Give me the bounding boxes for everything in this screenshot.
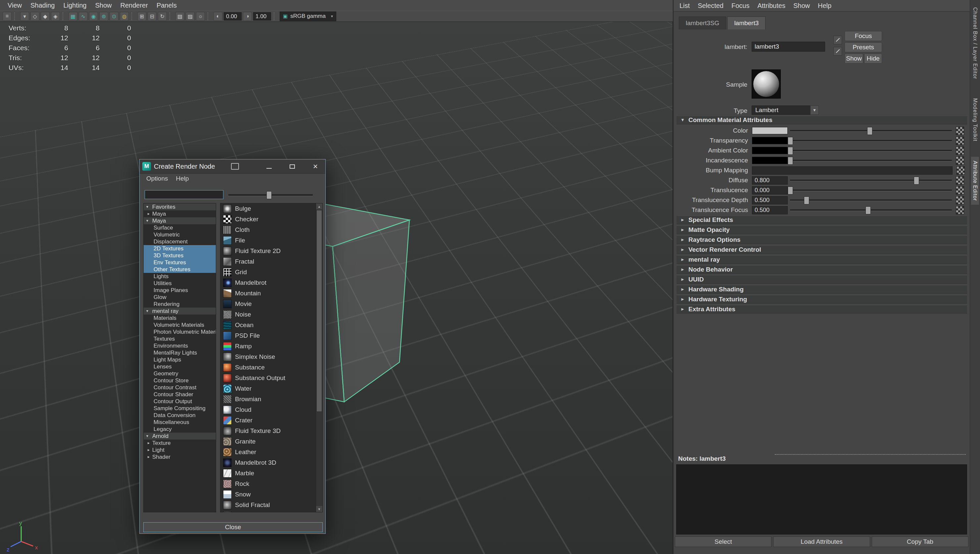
tree-item-other-textures[interactable]: Other Textures <box>144 266 216 273</box>
tree-item-contour-output[interactable]: Contour Output <box>144 398 216 405</box>
tree-item-glow[interactable]: Glow <box>144 294 216 301</box>
render-frame-icon[interactable]: ▧ <box>176 12 184 21</box>
node-item-noise[interactable]: Noise <box>220 309 316 320</box>
transparency-swatch[interactable] <box>752 137 788 144</box>
input-connection-button[interactable] <box>833 36 842 44</box>
minimize-button[interactable] <box>262 159 276 173</box>
section-extra-attributes[interactable]: ►Extra Attributes <box>677 305 967 314</box>
attribute-menu-help[interactable]: Help <box>814 0 835 11</box>
section-vector-renderer-control[interactable]: ►Vector Renderer Control <box>677 245 967 254</box>
node-list-scrollbar[interactable]: ▲ ▼ <box>316 204 322 512</box>
node-item-fluid-texture-2d[interactable]: Fluid Texture 2D <box>220 246 316 256</box>
output-connection-button[interactable] <box>833 47 842 56</box>
close-button[interactable]: ✕ <box>309 159 322 173</box>
tree-item-data-conversion[interactable]: Data Conversion <box>144 412 216 419</box>
tree-item-utilities[interactable]: Utilities <box>144 280 216 287</box>
side-tab-modeling-toolkit[interactable]: Modeling Toolkit <box>971 94 979 145</box>
translucence-depth-map-button[interactable] <box>956 196 964 204</box>
tree-item-2d-textures[interactable]: 2D Textures <box>144 245 216 252</box>
slider-handle[interactable] <box>804 196 809 204</box>
attribute-menu-focus[interactable]: Focus <box>728 0 753 11</box>
chevron-down-icon[interactable]: ▼ <box>810 105 819 115</box>
tree-item-environments[interactable]: Environments <box>144 342 216 349</box>
node-item-checker[interactable]: Checker <box>220 214 316 224</box>
tree-item-maya[interactable]: ▸Maya <box>144 210 216 217</box>
tree-item-env-textures[interactable]: Env Textures <box>144 259 216 266</box>
tree-item-rendering[interactable]: Rendering <box>144 301 216 307</box>
side-tab-attribute-editor[interactable]: Attribute Editor <box>971 157 979 205</box>
gamma-icon[interactable]: ◑ <box>243 12 252 21</box>
notes-divider[interactable] <box>775 454 966 455</box>
tree-item-materials[interactable]: Materials <box>144 315 216 322</box>
section-uuid[interactable]: ►UUID <box>677 275 967 284</box>
material-sample-swatch[interactable] <box>752 70 781 99</box>
tree-item-lights[interactable]: Lights <box>144 273 216 280</box>
node-item-movie[interactable]: Movie <box>220 299 316 309</box>
snap-to-point-icon[interactable]: ◉ <box>89 12 98 21</box>
selection-mask-dropdown-icon[interactable]: ▾ <box>20 12 29 21</box>
node-item-substance-output[interactable]: Substance Output <box>220 373 316 383</box>
node-item-ocean[interactable]: Ocean <box>220 320 316 330</box>
node-item-cloud[interactable]: Cloud <box>220 404 316 415</box>
section-raytrace-options[interactable]: ►Raytrace Options <box>677 236 967 244</box>
node-item-cloth[interactable]: Cloth <box>220 224 316 235</box>
3d-viewport[interactable]: Verts:880Edges:12120Faces:660Tris:12120U… <box>0 22 672 554</box>
color-map-button[interactable] <box>956 127 964 135</box>
tree-item-shader[interactable]: ▸Shader <box>144 454 216 460</box>
construction-history-icon[interactable]: ↻ <box>158 12 167 21</box>
type-dropdown[interactable]: Lambert <box>752 105 811 115</box>
translucence-map-button[interactable] <box>956 186 964 194</box>
section-hardware-texturing[interactable]: ►Hardware Texturing <box>677 295 967 304</box>
tree-item-lenses[interactable]: Lenses <box>144 363 216 370</box>
incandescence-map-button[interactable] <box>956 156 964 165</box>
bump-mapping-field[interactable] <box>752 166 953 175</box>
slider-handle[interactable] <box>867 127 872 135</box>
node-item-leather[interactable]: Leather <box>220 447 316 457</box>
viewport-menu-renderer[interactable]: Renderer <box>116 0 152 11</box>
tree-item-sample-compositing[interactable]: Sample Compositing <box>144 405 216 412</box>
node-item-marble[interactable]: Marble <box>220 468 316 479</box>
node-item-ramp[interactable]: Ramp <box>220 341 316 352</box>
tab-lambert3[interactable]: lambert3 <box>727 16 766 29</box>
slider-handle[interactable] <box>788 137 793 145</box>
exposure-icon[interactable]: ◐ <box>214 12 222 21</box>
search-input[interactable] <box>145 190 223 199</box>
node-item-snow[interactable]: Snow <box>220 489 316 500</box>
translucence-slider[interactable] <box>790 186 952 195</box>
view-transform-dropdown[interactable]: ▣sRGB gamma▾ <box>280 11 336 21</box>
tree-item-light[interactable]: ▸Light <box>144 446 216 454</box>
section-common-material-attributes[interactable]: ▼ Common Material Attributes <box>677 116 967 124</box>
presets-button[interactable]: Presets <box>844 42 882 52</box>
scroll-down-icon[interactable]: ▼ <box>316 506 322 512</box>
snap-to-projected-center-icon[interactable]: ⊚ <box>99 12 108 21</box>
maximize-button[interactable] <box>286 159 299 173</box>
translucence-focus-map-button[interactable] <box>956 206 964 214</box>
node-item-simplex-noise[interactable]: Simplex Noise <box>220 352 316 362</box>
node-item-substance[interactable]: Substance <box>220 362 316 373</box>
tree-item-arnold[interactable]: ▾Arnold <box>144 433 216 439</box>
workspace-control-icon[interactable] <box>231 163 239 170</box>
attribute-menu-list[interactable]: List <box>675 0 694 11</box>
notes-area[interactable] <box>676 464 967 535</box>
tree-item-surface[interactable]: Surface <box>144 224 216 231</box>
side-tab-channel-box-layer-editor[interactable]: Channel Box / Layer Editor <box>971 3 979 83</box>
dialog-titlebar[interactable]: M Create Render Node ✕ <box>140 159 326 174</box>
tree-item-contour-contrast[interactable]: Contour Contrast <box>144 384 216 391</box>
select-hierarchy-icon[interactable]: ◇ <box>30 12 39 21</box>
bump-mapping-map-button[interactable] <box>956 166 965 175</box>
node-item-mountain[interactable]: Mountain <box>220 288 316 299</box>
icon-size-slider[interactable] <box>228 191 313 199</box>
gamma-field[interactable]: 1.00 <box>253 12 271 21</box>
node-item-fractal[interactable]: Fractal <box>220 256 316 267</box>
section-matte-opacity[interactable]: ►Matte Opacity <box>677 226 967 234</box>
ipr-render-icon[interactable]: ▨ <box>186 12 195 21</box>
scroll-up-icon[interactable]: ▲ <box>316 204 322 209</box>
viewport-menu-shading[interactable]: Shading <box>26 0 59 11</box>
diffuse-field[interactable]: 0.800 <box>752 176 788 185</box>
viewport-menu-show[interactable]: Show <box>91 0 116 11</box>
slider-handle[interactable] <box>788 157 793 165</box>
tree-item-mentalray-lights[interactable]: MentalRay Lights <box>144 349 216 356</box>
tree-item-contour-store[interactable]: Contour Store <box>144 377 216 384</box>
node-item-mandelbrot-3d[interactable]: Mandelbrot 3D <box>220 457 316 468</box>
ambient-color-swatch[interactable] <box>752 147 788 154</box>
